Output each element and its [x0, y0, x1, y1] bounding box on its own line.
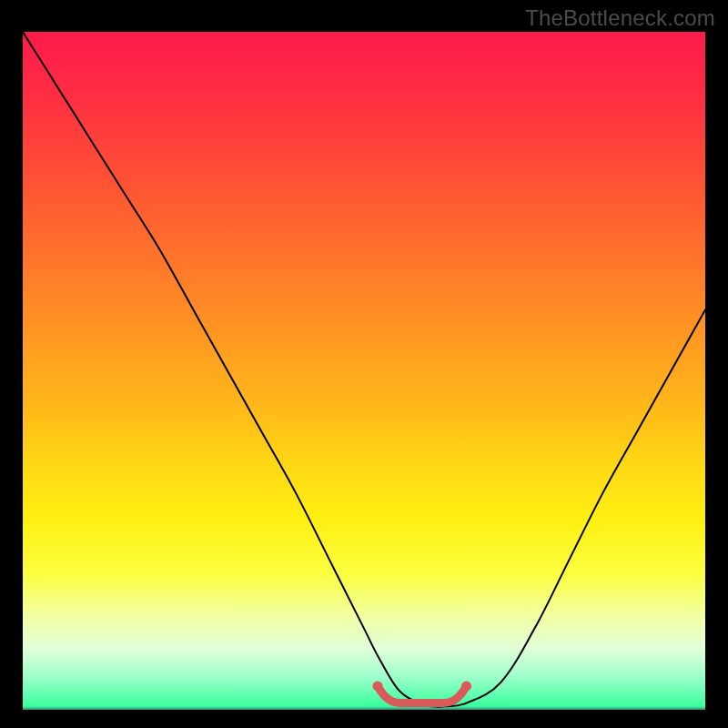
- optimal-band-marker: [378, 686, 467, 703]
- watermark-text: TheBottleneck.com: [525, 5, 715, 31]
- optimal-band-start-dot: [373, 681, 383, 691]
- plot-area: [23, 32, 705, 710]
- chart-frame: TheBottleneck.com: [0, 0, 728, 728]
- curve-layer: [23, 32, 705, 710]
- bottleneck-curve: [23, 32, 705, 707]
- optimal-band-end-dot: [461, 681, 471, 691]
